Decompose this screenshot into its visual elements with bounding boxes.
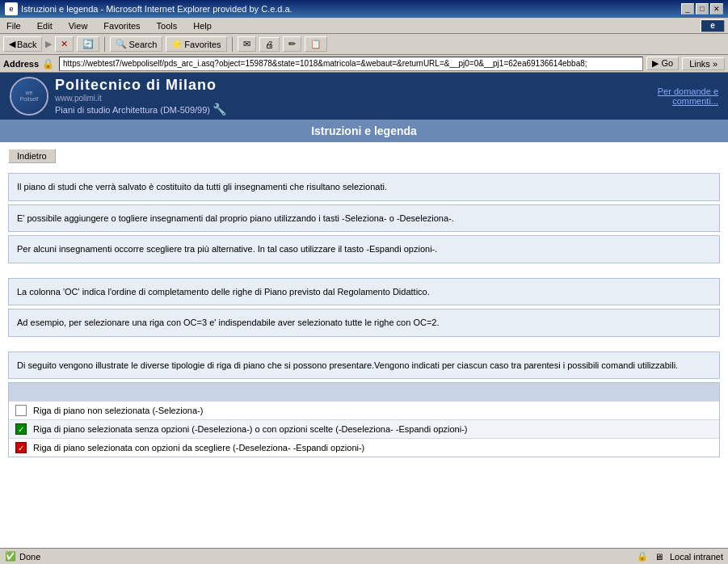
close-button[interactable]: ✕ [710,3,723,15]
contact-link[interactable]: Per domande ecommenti... [658,86,718,106]
title-bar: e Istruzioni e legenda - Microsoft Inter… [0,0,728,18]
info-block-3: Per alcuni insegnamenti occorre sceglier… [8,235,720,263]
toolbar: ◀ Back ▶ ✕ 🔄 🔍 Search ⭐ Favorites ✉ 🖨 ✏ … [0,34,728,55]
menu-edit[interactable]: Edit [34,20,56,32]
favorites-icon: ⭐ [171,39,183,49]
toolbar-extra-2[interactable]: 🖨 [259,37,280,52]
status-text: Done [19,552,40,562]
separator-2 [232,37,233,52]
back-button[interactable]: ◀ Back [3,36,42,52]
zone-icon: 🖥 [654,552,663,562]
logo-area: wePoliself [10,77,48,116]
search-button[interactable]: 🔍 Search [110,36,162,52]
toolbar-extra-3[interactable]: ✏ [283,36,301,52]
main-scroll[interactable]: Indietro Il piano di studi che verrà sal… [0,142,728,548]
site-url: www.polimi.it [55,94,102,103]
site-subtitle: Piani di studio Architettura (DM-509/99)… [55,103,226,116]
go-icon: ▶ [652,58,659,68]
legend-label-1: Riga di piano non selezionata (-Selezion… [33,406,203,415]
page-title: Istruzioni e legenda [311,124,417,137]
window-controls[interactable]: _ □ ✕ [681,3,723,15]
menu-tools[interactable]: Tools [154,20,181,32]
legend-row-1: Riga di piano non selezionata (-Selezion… [9,401,719,419]
site-header: wePoliself Politecnico di Milano www.pol… [0,73,728,120]
checkbox-red: ✓ [15,442,27,453]
stop-button[interactable]: ✕ [55,36,74,52]
minimize-button[interactable]: _ [681,3,694,15]
site-name: Politecnico di Milano [55,77,226,94]
lock-status-icon: 🔒 [637,551,648,562]
menu-favorites[interactable]: Favorites [100,20,143,32]
ie-logo: e [701,19,725,32]
address-bar: Address 🔒 ▶ Go Links » [0,55,728,73]
status-bar: ✅ Done 🔒 🖥 Local intranet [0,548,728,564]
lock-icon: 🔒 [42,58,54,69]
legend-row-2: ✓ Riga di piano selezionata senza opzion… [9,419,719,438]
links-button[interactable]: Links » [682,57,725,70]
legend-header [9,383,719,401]
indietro-row: Indietro [0,142,728,170]
back-icon: ◀ [9,39,15,49]
info-block-1: Il piano di studi che verrà salvato è co… [8,173,720,201]
gap-2 [0,340,728,348]
legend-label-2: Riga di piano selezionata senza opzioni … [33,424,467,434]
legend-section: Riga di piano non selezionata (-Selezion… [8,382,720,457]
indietro-button[interactable]: Indietro [8,149,56,163]
info-block-6: Di seguito vengono illustrate le diverse… [8,351,720,380]
legend-label-3: Riga di piano selezionata con opzioni da… [33,443,364,452]
toolbar-extra-1[interactable]: ✉ [238,36,256,52]
maximize-button[interactable]: □ [696,3,709,15]
menu-help[interactable]: Help [190,20,215,32]
page-title-bar: Istruzioni e legenda [0,120,728,142]
legend-row-3: ✓ Riga di piano selezionata con opzioni … [9,438,719,457]
info-block-4: La colonna 'OC' indica l'ordine di compl… [8,278,720,306]
status-right: 🔒 🖥 Local intranet [637,551,723,562]
header-right: Per domande ecommenti... [658,86,718,106]
toolbar-extra-4[interactable]: 📋 [305,36,327,52]
content-area: wePoliself Politecnico di Milano www.pol… [0,73,728,548]
info-block-2: E' possibile aggiungere o togliere inseg… [8,204,720,233]
menu-file[interactable]: File [3,20,24,32]
checkbox-green: ✓ [15,423,27,435]
menu-bar: File Edit View Favorites Tools Help e [0,18,728,34]
status-left: ✅ Done [5,551,40,562]
site-title-area: Politecnico di Milano www.polimi.it Pian… [55,77,226,116]
subtitle-icon: 🔧 [213,103,226,116]
window-title: Istruzioni e legenda - Microsoft Interne… [21,4,292,14]
go-button[interactable]: ▶ Go [646,57,679,70]
address-input[interactable] [59,57,643,71]
app-icon: e [5,2,18,15]
logo: wePoliself [10,77,48,116]
gap-1 [0,267,728,275]
status-icon: ✅ [5,551,16,562]
favorites-button[interactable]: ⭐ Favorites [166,36,226,52]
address-label: Address [3,59,39,69]
refresh-button[interactable]: 🔄 [77,36,99,52]
toolbar-separator-1: ▶ [45,39,52,49]
checkbox-empty [15,405,27,416]
zone-text: Local intranet [670,552,723,562]
search-icon: 🔍 [116,39,127,49]
info-block-5: Ad esempio, per selezionare una riga con… [8,309,720,337]
menu-view[interactable]: View [65,20,91,32]
separator-1 [104,37,105,52]
